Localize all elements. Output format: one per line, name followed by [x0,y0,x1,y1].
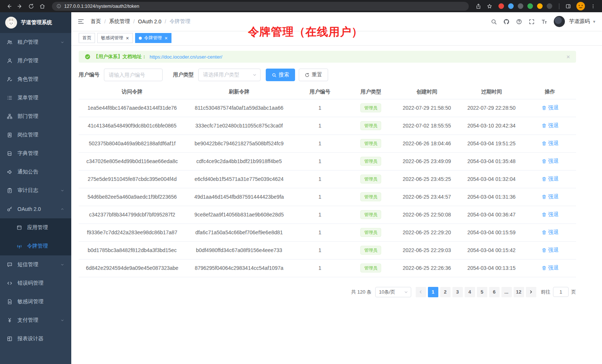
access-token-cell: 54d6be82ee5a460a9aedc1f9bf223656 [79,188,186,206]
close-icon[interactable]: × [125,36,129,41]
forward-icon[interactable] [15,1,25,11]
share-icon[interactable] [473,1,484,11]
goto-page-input[interactable] [553,287,569,297]
fullscreen-icon[interactable] [529,19,535,25]
breadcrumb-item[interactable]: OAuth 2.0 [138,19,161,24]
next-page-button[interactable] [526,287,536,297]
extension-icon-yellow[interactable] [537,3,543,9]
page-button-5[interactable]: 5 [477,287,487,297]
extension-icon-gray[interactable] [547,3,552,9]
bookmark-star-icon[interactable] [484,1,495,11]
breadcrumb-item[interactable]: 首页 [91,18,101,25]
hamburger-icon[interactable] [77,18,85,25]
action-cell: 强退 [524,170,576,188]
sidebar-item-menu[interactable]: 菜单管理 [0,89,71,107]
user-type-badge: 管理员 [360,175,381,184]
clipboard-icon [7,188,13,193]
user-name[interactable]: 芋道源码 [569,18,590,25]
force-logout-button[interactable]: 强退 [542,265,559,271]
search-button[interactable]: 搜索 [266,69,295,81]
page-button-6[interactable]: 6 [489,287,500,297]
home-icon[interactable] [37,1,48,11]
search-icon[interactable] [491,19,497,25]
prev-page-button[interactable] [416,287,426,297]
sidebar-item-dict[interactable]: 字典管理 [0,144,71,163]
force-logout-button[interactable]: 强退 [542,247,559,254]
split-view-icon[interactable] [563,1,573,11]
force-logout-button[interactable]: 强退 [542,105,559,111]
font-size-icon[interactable] [541,19,547,25]
page-button-3[interactable]: 3 [452,287,463,297]
address-bar[interactable]: 127.0.0.1:1024/system/oauth2/token [52,2,469,11]
force-logout-button[interactable]: 强退 [542,158,559,165]
page-button-2[interactable]: 2 [440,287,451,297]
sidebar-item-label: 报表设计器 [17,335,43,342]
page-ellipsis[interactable]: ... [501,287,512,297]
page-button-12[interactable]: 12 [514,287,524,297]
force-logout-button[interactable]: 强退 [542,176,559,182]
help-icon[interactable] [516,19,522,25]
sidebar-item-dept[interactable]: 部门管理 [0,107,71,126]
doc-link[interactable]: https://doc.iocoder.cn/user-center/ [150,54,222,60]
signal-icon [16,243,22,249]
force-logout-button[interactable]: 强退 [542,122,559,129]
sidebar-item-pay[interactable]: 支付管理 [0,311,71,330]
browser-profile-avatar[interactable] [576,2,585,10]
table-row: f9336e7c7dd242a283ee98dc86b17a87dfa6c71a… [79,224,576,241]
tab-home[interactable]: 首页 [79,33,95,43]
extension-icon-blue[interactable] [508,3,514,9]
force-logout-button[interactable]: 强退 [542,229,559,236]
force-logout-button[interactable]: 强退 [542,211,559,218]
force-logout-label: 强退 [548,211,559,218]
sidebar-item-audit-log[interactable]: 审计日志 [0,181,71,200]
sidebar-item-report-designer[interactable]: 报表设计器 [0,330,71,348]
sidebar-item-label: 审计日志 [17,187,38,194]
force-logout-button[interactable]: 强退 [542,193,559,200]
user-type-select[interactable]: 请选择用户类型 [198,69,261,81]
sidebar-subitem-app-manage[interactable]: 应用管理 [0,218,71,237]
sidebar-item-sensitive-word[interactable]: 敏感词管理 [0,292,71,311]
sidebar-item-sms[interactable]: 短信管理 [0,255,71,274]
extension-icon-dark[interactable] [518,3,523,9]
reload-icon[interactable] [26,1,36,11]
back-icon[interactable] [4,1,14,11]
table-row: 1ea5e44f8bc1467aaede43144f31de76811c5304… [79,99,576,117]
sidebar-item-oauth2[interactable]: OAuth 2.0 [0,200,71,218]
browser-menu-icon[interactable] [588,1,598,11]
page-button-4[interactable]: 4 [465,287,475,297]
reset-button-label: 重置 [312,72,322,78]
sidebar-item-tenant[interactable]: 租户管理 [0,33,71,52]
sidebar-item-post[interactable]: 岗位管理 [0,126,71,144]
reset-button[interactable]: 重置 [299,69,328,81]
sidebar-item-label: 字典管理 [17,150,38,157]
user-avatar[interactable] [554,16,565,27]
extension-icon-green[interactable] [527,3,533,9]
tab-sensitive-word[interactable]: 敏感词管理× [97,33,133,43]
delete-icon [542,141,547,146]
access-token-cell: c347026e805e4d99b0d116eae66eda8c [79,152,186,170]
app-logo-row[interactable]: 芋道管理系统 [0,12,71,33]
breadcrumb-item[interactable]: 系统管理 [109,18,130,25]
page-button-1[interactable]: 1 [428,287,438,297]
window-icon [16,225,22,231]
page-size-select[interactable]: 10条/页 [375,287,411,297]
sidebar-item-notice[interactable]: 通知公告 [0,163,71,181]
access-token-cell: 6d842e2924594de9a09e45e087323abe [79,259,186,277]
user-id-input[interactable] [104,69,163,81]
force-logout-button[interactable]: 强退 [542,140,559,147]
sidebar-subitem-token-manage[interactable]: 令牌管理 [0,237,71,255]
force-logout-label: 强退 [548,122,559,129]
annotation-text: 令牌管理（在线用户） [248,24,363,40]
extension-icon-red[interactable] [498,3,504,9]
tab-token-manage[interactable]: 令牌管理× [135,33,171,43]
close-icon[interactable]: × [566,54,570,60]
user-type-badge: 管理员 [360,210,381,219]
github-icon[interactable] [503,19,510,25]
close-icon[interactable]: × [164,36,168,41]
user-type-cell: 管理员 [347,224,395,241]
sidebar-subitem-label: 令牌管理 [27,243,48,249]
sidebar-item-error-code[interactable]: 错误码管理 [0,274,71,292]
sidebar-item-role[interactable]: 角色管理 [0,70,71,89]
site-info-icon[interactable] [56,4,61,9]
sidebar-item-user[interactable]: 用户管理 [0,52,71,70]
